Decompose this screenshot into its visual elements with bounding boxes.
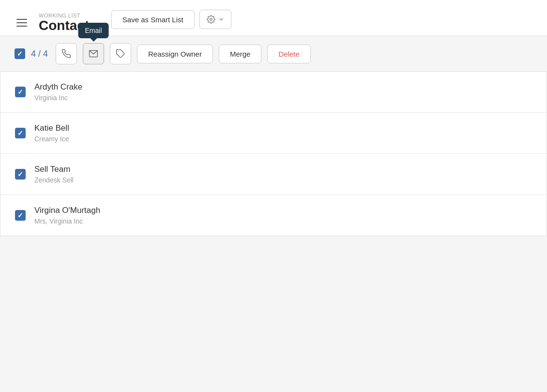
contact-3-company: Mrs, Virginia Inc — [34, 217, 100, 225]
row-1-checkmark: ✓ — [17, 129, 23, 137]
phone-icon — [61, 49, 71, 59]
row-0-checkbox[interactable]: ✓ — [15, 87, 26, 97]
contact-0-info: Ardyth Crake Virginia Inc — [34, 82, 82, 102]
contact-3-info: Virgina O'Murtagh Mrs, Virginia Inc — [34, 206, 100, 225]
row-3-checkmark: ✓ — [17, 211, 23, 219]
header-actions: Save as Smart List — [111, 10, 231, 36]
email-icon — [89, 49, 98, 59]
svg-point-0 — [210, 18, 212, 21]
contacts-list: ✓ Ardyth Crake Virginia Inc ✓ Katie Bell… — [0, 72, 547, 236]
row-3-checkbox[interactable]: ✓ — [15, 210, 26, 221]
selection-count: 4 / 4 — [31, 49, 48, 59]
reassign-owner-button[interactable]: Reassign Owner — [137, 45, 213, 63]
contact-2-company: Zendesk Sell — [34, 176, 74, 184]
row-2-checkbox[interactable]: ✓ — [15, 169, 26, 180]
email-button-container: Email — [83, 43, 104, 64]
delete-button[interactable]: Delete — [267, 45, 310, 63]
gear-icon — [207, 15, 215, 24]
tag-icon — [116, 49, 125, 59]
chevron-down-icon — [218, 16, 224, 22]
table-row: ✓ Sell Team Zendesk Sell — [0, 154, 547, 195]
contact-1-info: Katie Bell Creamy Ice — [34, 123, 69, 143]
contact-2-info: Sell Team Zendesk Sell — [34, 165, 74, 184]
contact-1-name: Katie Bell — [34, 123, 69, 133]
table-row: ✓ Virgina O'Murtagh Mrs, Virginia Inc — [0, 195, 547, 236]
contact-0-name: Ardyth Crake — [34, 82, 82, 92]
email-tooltip: Email — [78, 23, 109, 38]
tag-button[interactable] — [110, 43, 131, 64]
select-all-checkmark: ✓ — [17, 50, 23, 58]
row-0-checkmark: ✓ — [17, 88, 23, 96]
contact-2-name: Sell Team — [34, 165, 74, 174]
working-list-label: WORKING LIST — [39, 13, 97, 18]
table-row: ✓ Katie Bell Creamy Ice — [0, 113, 547, 154]
phone-button[interactable] — [56, 43, 77, 64]
select-all-checkbox[interactable]: ✓ — [15, 48, 25, 59]
table-row: ✓ Ardyth Crake Virginia Inc — [0, 72, 547, 113]
contact-1-company: Creamy Ice — [34, 135, 69, 143]
contact-0-company: Virginia Inc — [34, 94, 82, 102]
hamburger-menu-icon[interactable] — [15, 17, 29, 29]
save-smart-list-button[interactable]: Save as Smart List — [111, 10, 195, 29]
contact-3-name: Virgina O'Murtagh — [34, 206, 100, 215]
row-1-checkbox[interactable]: ✓ — [15, 128, 26, 138]
row-2-checkmark: ✓ — [17, 170, 23, 178]
email-button[interactable] — [83, 43, 104, 64]
gear-dropdown-button[interactable] — [199, 10, 231, 29]
merge-button[interactable]: Merge — [219, 45, 262, 63]
toolbar: ✓ 4 / 4 Email Reassign Owner Merge Delet… — [0, 36, 547, 72]
